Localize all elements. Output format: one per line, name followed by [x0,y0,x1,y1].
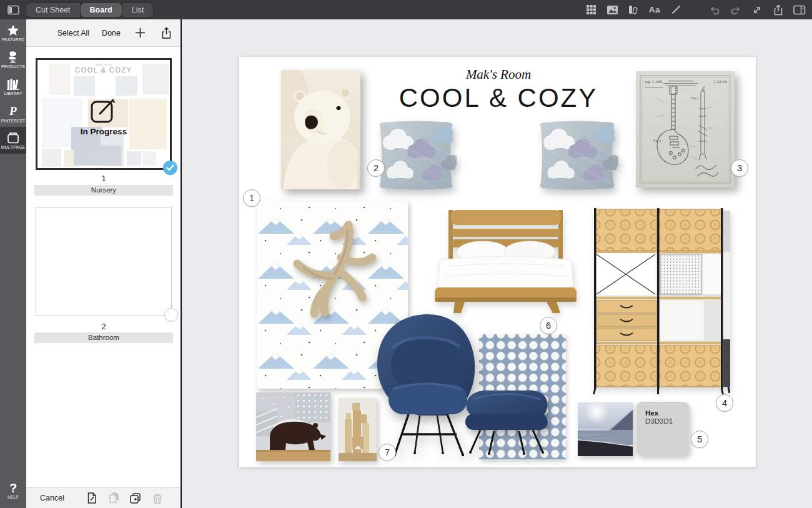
annotation-badge-7[interactable]: 7 [379,444,396,461]
cloud-pillow-right[interactable] [536,119,618,192]
star-icon [7,24,19,36]
seascape-photo[interactable] [578,402,633,456]
duplicate-page-icon[interactable] [129,492,142,504]
pages-panel-header: Select All Done [26,19,181,47]
guitar-patent-print[interactable]: Aug. 2, 1955 2,714,326 Fig.1 Fig.2 [636,71,735,187]
hex-color-swatch[interactable]: Hex D3D3D1 [636,402,689,456]
trash-icon[interactable] [151,492,164,504]
pages-panel: Select All Done [26,19,182,508]
page-name-nursery[interactable]: Nursery [34,185,173,196]
sidebar-toggle-icon[interactable] [7,4,21,16]
copy-page-icon[interactable] [107,492,120,504]
share-page-icon[interactable] [159,26,173,40]
pinterest-icon: P [7,104,19,117]
page-selected-checkmark[interactable] [163,161,177,175]
chair-icon [6,51,20,63]
cancel-button[interactable]: Cancel [40,494,64,502]
bear-figurine-photo[interactable] [256,392,330,461]
done-button[interactable]: Done [102,29,121,37]
rail-item-multipage[interactable]: MULTIPAGE [0,127,26,154]
app-window: Cut Sheet Board List Aa [0,0,812,508]
eames-storage-unit[interactable] [588,204,730,395]
svg-text:P: P [9,104,17,117]
undo-icon[interactable] [708,4,721,16]
page-name-bathroom[interactable]: Bathroom [34,332,173,343]
annotation-badge-1[interactable]: 1 [243,189,260,207]
annotation-badge-5[interactable]: 5 [691,431,708,448]
annotation-badge-2[interactable]: 2 [367,159,385,177]
tab-board[interactable]: Board [81,3,122,17]
grid-icon[interactable] [585,4,597,16]
multipage-icon [6,132,20,144]
top-toolbar: Cut Sheet Board List Aa [0,0,812,19]
library-icon [6,78,20,90]
image-icon[interactable] [606,4,618,16]
view-mode-segmented-control: Cut Sheet Board List [26,2,154,17]
mood-board-page[interactable]: Mak's Room COOL & COZY [239,57,756,467]
page-status: In Progress [81,127,127,136]
panels-icon[interactable] [793,4,806,16]
womb-ottoman[interactable] [458,381,555,456]
patent-fig2-label: Fig.2 [691,96,699,100]
tab-cut-sheet[interactable]: Cut Sheet [26,3,80,17]
hex-swatch-label: Hex [645,409,689,417]
rail-item-featured[interactable]: FEATURED [0,19,26,46]
antler-mount[interactable] [274,216,380,322]
polar-bear-photo[interactable] [281,70,360,189]
page-thumbnail-bathroom[interactable] [36,207,172,316]
add-page-icon[interactable] [133,26,147,40]
swatches-icon[interactable] [627,4,640,16]
nursery-thumbnail-preview: Mak's Room COOL & COZY In Progress [37,60,170,168]
rail-item-library[interactable]: LIBRARY [0,73,26,100]
pages-panel-footer: Cancel [26,487,181,508]
board-title: COOL & COZY [364,83,633,113]
redo-icon[interactable] [730,4,742,16]
tab-list[interactable]: List [122,3,153,17]
question-icon: ? [9,482,17,494]
rail-item-products[interactable]: PRODUCTS [0,46,26,73]
page-thumbnail-nursery[interactable]: Mak's Room COOL & COZY In Progress [36,58,172,170]
rail-item-help[interactable]: ? HELP [0,477,26,504]
board-subtitle: Mak's Room [364,67,633,82]
rail-item-pinterest[interactable]: P PINTEREST [0,100,26,127]
toolbar-right-icons: Aa [585,0,806,19]
page-number: 1 [36,174,172,183]
page-unselected-circle[interactable] [164,308,178,322]
draw-tool-icon[interactable] [670,4,682,16]
platform-bed[interactable] [430,206,582,314]
annotation-badge-6[interactable]: 6 [540,317,557,334]
share-icon[interactable] [772,4,785,16]
fullscreen-icon[interactable] [751,4,763,16]
board-canvas[interactable]: Mak's Room COOL & COZY [183,19,812,508]
annotation-badge-3[interactable]: 3 [731,159,748,177]
cloud-pillow-left[interactable] [375,119,457,192]
patent-date: Aug. 2, 1955 [645,80,662,84]
left-rail: FEATURED PRODUCTS LIBRARY P PINTEREST MU… [0,19,26,508]
select-all-button[interactable]: Select All [57,29,89,37]
patent-number: 2,714,326 [713,80,727,84]
pages-list: Mak's Room COOL & COZY In Progress 1 Nur… [26,47,181,487]
page-number: 2 [36,322,172,331]
patent-fig1-label: Fig.1 [653,139,661,142]
edit-icon [88,96,119,126]
hex-swatch-value: D3D3D1 [645,417,689,425]
in-progress-overlay: In Progress [37,60,170,168]
text-tool-icon[interactable]: Aa [648,4,661,16]
annotation-badge-4[interactable]: 4 [716,394,733,412]
board-title-block[interactable]: Mak's Room COOL & COZY [364,67,633,113]
new-page-icon[interactable] [86,492,98,504]
